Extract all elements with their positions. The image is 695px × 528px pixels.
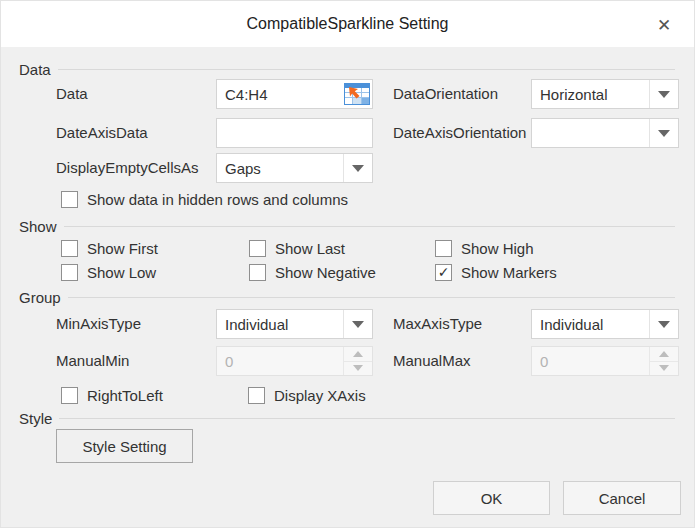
max-axis-type-label: MaxAxisType [393, 309, 482, 339]
right-to-left-label: RightToLeft [87, 387, 163, 404]
manual-min-spinner: 0 [216, 346, 373, 376]
show-negative-checkbox[interactable] [249, 264, 266, 281]
show-group-header: Show [19, 217, 675, 235]
spinner-up-button [650, 347, 678, 362]
right-to-left-row: RightToLeft [61, 386, 163, 404]
style-group-label: Style [19, 410, 52, 427]
data-orientation-value: Horizontal [532, 86, 649, 103]
data-group-label: Data [19, 61, 51, 78]
title-bar: CompatibleSparkline Setting ✕ [1, 1, 694, 47]
max-axis-type-select[interactable]: Individual [531, 309, 679, 339]
ok-button[interactable]: OK [433, 481, 550, 515]
chevron-down-icon [658, 91, 670, 98]
show-hidden-checkbox-row: Show data in hidden rows and columns [61, 190, 348, 208]
date-axis-data-field [216, 118, 373, 148]
min-axis-type-value: Individual [217, 316, 343, 333]
dropdown-arrow-button[interactable] [649, 310, 678, 338]
show-markers-checkbox[interactable] [435, 264, 452, 281]
display-empty-cells-select[interactable]: Gaps [216, 153, 373, 183]
manual-max-label: ManualMax [393, 346, 471, 376]
show-first-row: Show First [61, 239, 158, 257]
show-group-label: Show [19, 218, 57, 235]
manual-max-value: 0 [532, 353, 649, 370]
show-low-label: Show Low [87, 264, 156, 281]
max-axis-type-value: Individual [532, 316, 649, 333]
divider [59, 418, 675, 419]
spinner-buttons [649, 347, 678, 375]
show-negative-label: Show Negative [275, 264, 376, 281]
manual-max-spinner: 0 [531, 346, 679, 376]
show-last-label: Show Last [275, 240, 345, 257]
spinner-buttons [343, 347, 372, 375]
show-first-checkbox[interactable] [61, 240, 78, 257]
style-setting-button[interactable]: Style Setting [56, 429, 193, 463]
dropdown-arrow-button[interactable] [649, 119, 678, 147]
show-high-label: Show High [461, 240, 534, 257]
date-axis-orientation-label: DateAxisOrientation [393, 118, 526, 148]
show-last-checkbox[interactable] [249, 240, 266, 257]
chevron-down-icon [658, 321, 670, 328]
manual-min-value: 0 [217, 353, 343, 370]
manual-min-label: ManualMin [56, 346, 129, 376]
date-axis-orientation-select[interactable] [531, 118, 679, 148]
group-group-header: Group [19, 288, 675, 306]
display-empty-cells-value: Gaps [217, 160, 343, 177]
show-hidden-checkbox-label: Show data in hidden rows and columns [87, 191, 348, 208]
spinner-down-button [650, 362, 678, 376]
group-group-label: Group [19, 289, 61, 306]
min-axis-type-select[interactable]: Individual [216, 309, 373, 339]
dropdown-arrow-button[interactable] [343, 154, 372, 182]
range-picker-icon[interactable] [344, 83, 370, 105]
chevron-down-icon [658, 130, 670, 137]
data-orientation-select[interactable]: Horizontal [531, 79, 679, 109]
show-markers-label: Show Markers [461, 264, 557, 281]
display-xaxis-label: Display XAxis [274, 387, 366, 404]
show-first-label: Show First [87, 240, 158, 257]
divider [58, 69, 675, 70]
show-markers-row: Show Markers [435, 263, 557, 281]
show-last-row: Show Last [249, 239, 345, 257]
arrow-down-icon [353, 365, 363, 371]
chevron-down-icon [352, 165, 364, 172]
right-to-left-checkbox[interactable] [61, 387, 78, 404]
divider [68, 297, 675, 298]
show-hidden-checkbox[interactable] [61, 191, 78, 208]
min-axis-type-label: MinAxisType [56, 309, 141, 339]
dialog-title: CompatibleSparkline Setting [247, 15, 449, 33]
display-empty-cells-label: DisplayEmptyCellsAs [56, 153, 199, 183]
data-range-field [216, 79, 373, 109]
show-high-row: Show High [435, 239, 534, 257]
display-xaxis-checkbox[interactable] [248, 387, 265, 404]
data-range-input[interactable] [217, 80, 344, 108]
dropdown-arrow-button[interactable] [343, 310, 372, 338]
data-field-label: Data [56, 79, 88, 109]
show-negative-row: Show Negative [249, 263, 376, 281]
dropdown-arrow-button[interactable] [649, 80, 678, 108]
data-orientation-label: DataOrientation [393, 79, 498, 109]
date-axis-data-label: DateAxisData [56, 118, 148, 148]
arrow-down-icon [659, 365, 669, 371]
close-icon[interactable]: ✕ [652, 13, 676, 37]
arrow-up-icon [659, 351, 669, 357]
cancel-button[interactable]: Cancel [563, 481, 681, 515]
chevron-down-icon [352, 321, 364, 328]
divider [64, 226, 675, 227]
date-axis-data-input[interactable] [217, 119, 372, 147]
arrow-up-icon [353, 351, 363, 357]
spinner-down-button [344, 362, 372, 376]
style-group-header: Style [19, 409, 675, 427]
show-low-row: Show Low [61, 263, 156, 281]
show-high-checkbox[interactable] [435, 240, 452, 257]
display-xaxis-row: Display XAxis [248, 386, 366, 404]
data-group-header: Data [19, 60, 675, 78]
spinner-up-button [344, 347, 372, 362]
compatible-sparkline-setting-dialog: CompatibleSparkline Setting ✕ Data Data … [0, 0, 695, 528]
show-low-checkbox[interactable] [61, 264, 78, 281]
